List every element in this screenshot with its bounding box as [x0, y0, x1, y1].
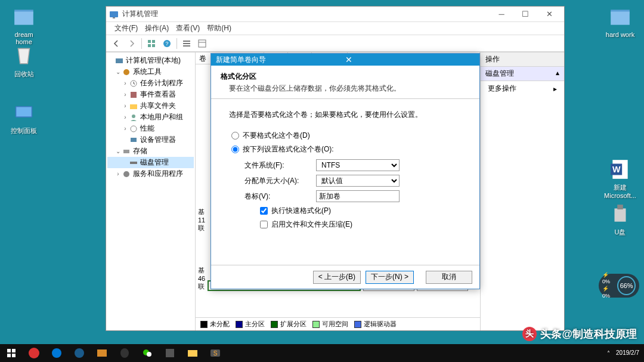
task-qq[interactable]	[113, 344, 136, 362]
task-sogou[interactable]: S	[204, 344, 227, 362]
svg-rect-38	[12, 354, 16, 357]
svg-rect-27	[131, 92, 137, 98]
tree-performance[interactable]: ›性能	[107, 123, 194, 134]
svg-rect-1	[14, 12, 33, 25]
actions-header: 操作	[481, 52, 564, 67]
wizard-footer: < 上一步(B) 下一步(N) > 取消	[211, 265, 479, 289]
back-button[interactable]: < 上一步(B)	[313, 271, 361, 284]
menu-view[interactable]: 查看(V)	[172, 22, 203, 35]
svg-rect-5	[611, 12, 630, 25]
wizard-close-button[interactable]: ✕	[345, 55, 475, 64]
actions-more[interactable]: 更多操作▸	[481, 81, 564, 96]
tree-shared-folders[interactable]: ›共享文件夹	[107, 100, 194, 112]
desktop-icon-dream-home[interactable]: dream home	[6, 6, 42, 45]
menu-file[interactable]: 文件(F)	[111, 22, 141, 35]
svg-text:?: ?	[165, 41, 168, 47]
desktop-icon-hard-work[interactable]: hard work	[602, 6, 638, 38]
minimize-button[interactable]: ─	[490, 7, 513, 21]
svg-text:S: S	[213, 350, 218, 357]
svg-rect-47	[188, 350, 197, 357]
taskbar: S ˄ 2019/2/7	[0, 344, 644, 362]
tree-local-users[interactable]: ›本地用户和组	[107, 112, 194, 123]
refresh-icon[interactable]	[144, 37, 159, 50]
folder-icon	[609, 6, 631, 29]
vol-input[interactable]	[316, 190, 400, 202]
menu-help[interactable]: 帮助(H)	[203, 22, 235, 35]
svg-text:W: W	[612, 165, 621, 174]
task-app3[interactable]	[159, 344, 181, 362]
svg-point-39	[29, 348, 39, 358]
word-icon: W	[609, 158, 631, 181]
svg-rect-22	[199, 40, 206, 47]
back-button[interactable]	[109, 37, 123, 50]
task-explorer[interactable]	[181, 344, 204, 362]
alloc-select[interactable]: 默认值	[316, 175, 400, 187]
detail-icon[interactable]	[195, 37, 209, 50]
tree-root[interactable]: 计算机管理(本地)	[107, 55, 194, 66]
check-compression[interactable]: 启用文件和文件夹压缩(E)	[260, 219, 462, 230]
task-wechat[interactable]	[136, 344, 159, 362]
tree-services[interactable]: ›服务和应用程序	[107, 168, 194, 180]
desktop-icon-word[interactable]: W 新建 Microsoft...	[602, 158, 638, 199]
fs-label: 文件系统(F):	[244, 160, 316, 171]
actions-disk-mgmt[interactable]: 磁盘管理▴	[481, 67, 564, 81]
watermark: 头 头条@制造科技原理	[522, 327, 637, 341]
svg-point-43	[120, 348, 129, 358]
task-netease[interactable]	[23, 344, 45, 362]
svg-rect-36	[12, 349, 16, 352]
svg-rect-21	[183, 45, 190, 47]
svg-rect-16	[152, 44, 155, 47]
desktop-icon-recycle[interactable]: 回收站	[6, 45, 42, 79]
tree-disk-mgmt[interactable]: 磁盘管理	[107, 157, 194, 168]
wizard-titlebar[interactable]: 新建简单卷向导 ✕	[211, 54, 479, 66]
list-icon[interactable]	[179, 37, 194, 50]
radio-no-format[interactable]: 不要格式化这个卷(D)	[231, 131, 459, 141]
collapse-icon: ▴	[556, 69, 559, 79]
toolbar: ?	[106, 35, 564, 52]
control-panel-icon	[13, 101, 35, 124]
next-button[interactable]: 下一步(N) >	[366, 271, 414, 284]
svg-rect-20	[183, 43, 190, 44]
svg-point-30	[131, 126, 137, 132]
maximize-button[interactable]: ☐	[513, 7, 537, 21]
svg-rect-14	[152, 40, 155, 43]
svg-rect-35	[7, 349, 11, 352]
legend: 未分配 主分区 扩展分区 可用空间 逻辑驱动器	[196, 317, 480, 330]
svg-rect-37	[7, 354, 11, 357]
wizard-dialog: 新建简单卷向导 ✕ 格式化分区 要在这个磁盘分区上储存数据，你必须先将其格式化。…	[210, 53, 480, 289]
tree-device-mgr[interactable]: 设备管理器	[107, 134, 194, 146]
tree-system-tools[interactable]: ⌄系统工具	[107, 66, 194, 78]
tree-event-viewer[interactable]: ›事件查看器	[107, 89, 194, 100]
svg-rect-42	[97, 349, 107, 357]
help-icon[interactable]: ?	[160, 37, 174, 50]
tree-task-scheduler[interactable]: ›任务计划程序	[107, 78, 194, 89]
forward-button[interactable]	[125, 37, 139, 50]
menu-action[interactable]: 操作(A)	[141, 22, 172, 35]
svg-rect-28	[130, 104, 137, 109]
alloc-label: 分配单元大小(A):	[244, 176, 316, 186]
svg-point-34	[123, 171, 129, 177]
svg-rect-19	[183, 41, 190, 42]
usb-icon	[609, 203, 631, 225]
check-quick-format[interactable]: 执行快速格式化(P)	[260, 206, 462, 216]
radio-format[interactable]: 按下列设置格式化这个卷(O):	[231, 144, 459, 154]
tree-storage[interactable]: ⌄存储	[107, 146, 194, 157]
fs-select[interactable]: NTFS	[316, 159, 400, 171]
battery-widget[interactable]: ⚡ 0% ⚡ 0% 66%	[599, 274, 639, 298]
task-app1[interactable]	[68, 344, 91, 362]
tree-panel: 计算机管理(本地) ⌄系统工具 ›任务计划程序 ›事件查看器 ›共享文件夹 ›本…	[106, 52, 196, 330]
svg-rect-9	[615, 209, 626, 222]
desktop-icon-usb[interactable]: U盘	[602, 203, 638, 237]
cancel-button[interactable]: 取消	[426, 271, 472, 284]
close-button[interactable]: ✕	[537, 7, 561, 21]
app-icon	[109, 10, 119, 19]
tray-up-icon[interactable]: ˄	[607, 350, 610, 357]
desktop-icon-control[interactable]: 控制面板	[6, 101, 42, 135]
svg-rect-11	[110, 11, 118, 17]
taskbar-clock[interactable]: 2019/2/7	[616, 349, 639, 357]
task-app2[interactable]	[91, 344, 113, 362]
task-edge[interactable]	[45, 344, 68, 362]
taskbar-tray: ˄ 2019/2/7	[607, 349, 644, 357]
disk-info-1: 基11联	[198, 208, 205, 233]
start-button[interactable]	[0, 344, 23, 362]
